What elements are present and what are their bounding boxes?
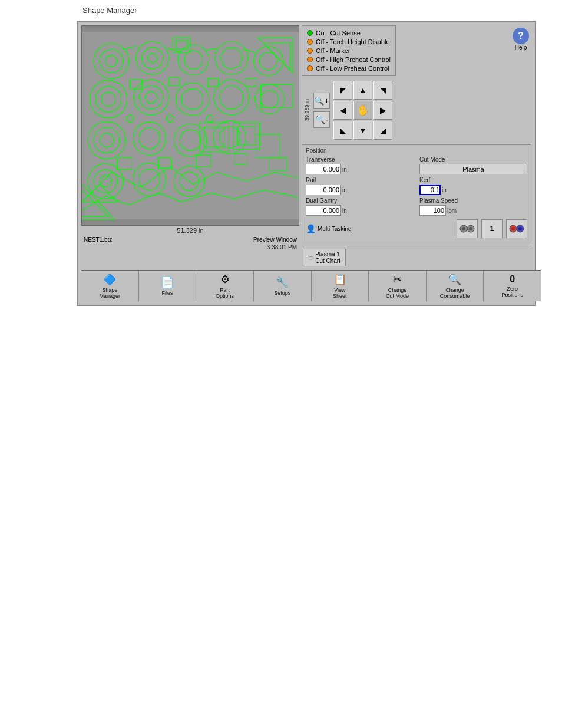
toolbar-setups-label: Setups [274, 290, 290, 296]
toolbar-change-cut-mode-label: ChangeCut Mode [386, 287, 409, 299]
rail-unit: in [342, 187, 347, 193]
transverse-input[interactable] [306, 164, 341, 174]
status-low-preheat: Off - Low Preheat Control [307, 65, 391, 72]
jog-speed-indicator: 39.259 in [304, 99, 310, 121]
plasma-tab-line2: Cut Chart [315, 258, 340, 264]
led-high-preheat [307, 57, 313, 62]
jog-center-btn[interactable]: ✋ [353, 101, 372, 120]
preview-panel [81, 25, 299, 226]
toolbar-change-consumable-icon: 🔍 [448, 273, 461, 286]
toolbar-shape-manager-label: ShapeManager [100, 287, 121, 299]
page-title: Shape Manager [0, 0, 562, 15]
width-dimension: 51.329 in [81, 226, 299, 235]
toolbar-files[interactable]: 📄 Files [139, 271, 197, 301]
svg-point-76 [511, 227, 515, 230]
status-cut-sense: On - Cut Sense [307, 29, 391, 37]
multi-tasking-button[interactable]: 👤 Multi Tasking [306, 224, 352, 233]
position-section: Position Transverse in Cut Mode [302, 144, 531, 241]
jog-upleft-btn[interactable]: ◤ [333, 81, 352, 100]
tool-icon-2[interactable]: 1 [481, 219, 503, 238]
kerf-label: Kerf [419, 177, 527, 183]
rail-field: Rail in [306, 177, 414, 195]
dual-gantry-field: Dual Gantry in [306, 197, 414, 216]
toolbar-change-consumable-label: ChangeConsumable [440, 287, 470, 299]
cut-mode-field: Cut Mode Plasma [419, 156, 527, 174]
kerf-input[interactable] [419, 185, 441, 195]
jog-left-btn[interactable]: ◀ [333, 101, 352, 120]
multi-tasking-icon: 👤 [306, 224, 316, 233]
status-cut-sense-text: On - Cut Sense [316, 29, 361, 37]
toolbar-part-options[interactable]: ⚙ PartOptions [196, 271, 254, 301]
tool-icon-3[interactable] [506, 219, 527, 238]
dual-gantry-input[interactable] [306, 205, 341, 216]
toolbar-view-sheet-label: ViewSheet [333, 287, 347, 299]
toolbar-zero-positions-icon: 0 [510, 274, 515, 285]
toolbar-shape-manager[interactable]: 🔷 ShapeManager [81, 271, 139, 301]
jog-side-icons[interactable]: 🔍+ 🔍- [313, 93, 330, 128]
position-label: Position [306, 147, 527, 154]
plasma-speed-unit: ipm [447, 207, 457, 214]
plasma-tab-icon: ≡ [308, 253, 313, 262]
multi-tasking-label: Multi Tasking [318, 226, 352, 232]
jog-speed-down-btn[interactable]: 🔍- [313, 111, 330, 128]
transverse-field: Transverse in [306, 156, 414, 174]
jog-speed-up-btn[interactable]: 🔍+ [313, 93, 330, 109]
tool-icons-row: 1 [457, 219, 527, 238]
status-marker-text: Off - Marker [316, 47, 350, 54]
tool-icon-1[interactable] [457, 219, 478, 238]
main-toolbar: 🔷 ShapeManager 📄 Files ⚙ PartOptions 🔧 S… [81, 270, 541, 301]
led-torch-height [307, 39, 313, 45]
status-indicators: On - Cut Sense Off - Torch Height Disabl… [302, 25, 396, 76]
toolbar-part-options-label: PartOptions [216, 287, 234, 299]
toolbar-files-label: Files [161, 290, 173, 296]
timestamp: 3:38:01 PM [81, 244, 299, 251]
svg-point-73 [469, 227, 472, 230]
jog-right-btn[interactable]: ▶ [373, 101, 392, 120]
svg-point-77 [518, 227, 522, 230]
plasma-speed-field: Plasma Speed ipm [419, 197, 527, 216]
toolbar-zero-positions-label: ZeroPositions [501, 286, 523, 298]
led-marker [307, 48, 313, 54]
status-torch-height: Off - Torch Height Disable [307, 38, 391, 45]
toolbar-shape-manager-icon: 🔷 [103, 273, 116, 286]
plasma-speed-input[interactable] [419, 205, 446, 216]
rail-label: Rail [306, 177, 414, 183]
toolbar-view-sheet[interactable]: 📋 ViewSheet [312, 271, 369, 301]
toolbar-change-cut-mode[interactable]: ✂ ChangeCut Mode [369, 271, 427, 301]
svg-rect-0 [82, 32, 299, 219]
kerf-field: Kerf in [419, 177, 527, 195]
jog-down-btn[interactable]: ▼ [353, 121, 372, 140]
cut-mode-label: Cut Mode [419, 156, 527, 163]
cut-mode-value: Plasma [419, 164, 527, 174]
toolbar-part-options-icon: ⚙ [220, 273, 230, 286]
status-high-preheat-text: Off - High Preheat Control [316, 56, 391, 63]
plasma-tab-line1: Plasma 1 [315, 251, 340, 258]
help-button[interactable]: ? Help [510, 25, 531, 53]
toolbar-setups[interactable]: 🔧 Setups [254, 271, 312, 301]
jog-downright-btn[interactable]: ◢ [373, 121, 392, 140]
transverse-unit: in [342, 166, 347, 173]
file-label: NEST1.btz [84, 236, 112, 243]
status-high-preheat: Off - High Preheat Control [307, 56, 391, 63]
jog-upright-btn[interactable]: ◥ [373, 81, 392, 100]
jog-up-btn[interactable]: ▲ [353, 81, 372, 100]
status-torch-height-text: Off - Torch Height Disable [316, 38, 390, 45]
dual-gantry-unit: in [342, 207, 347, 214]
plasma-tab-row: ≡ Plasma 1 Cut Chart [302, 246, 531, 269]
jog-controls: 39.259 in 🔍+ 🔍- ◤ ▲ ◥ ◀ ✋ ▶ ◣ [302, 78, 531, 142]
kerf-unit: in [442, 187, 447, 193]
jog-downleft-btn[interactable]: ◣ [333, 121, 352, 140]
jog-arrow-grid: ◤ ▲ ◥ ◀ ✋ ▶ ◣ ▼ ◢ [333, 81, 392, 140]
rail-input[interactable] [306, 185, 341, 195]
toolbar-zero-positions[interactable]: 0 ZeroPositions [484, 271, 541, 301]
transverse-label: Transverse [306, 156, 414, 163]
toolbar-change-cut-mode-icon: ✂ [393, 273, 402, 286]
toolbar-view-sheet-icon: 📋 [333, 273, 346, 286]
plasma-speed-label: Plasma Speed [419, 197, 527, 204]
status-low-preheat-text: Off - Low Preheat Control [316, 65, 389, 72]
toolbar-setups-icon: 🔧 [276, 276, 289, 289]
toolbar-change-consumable[interactable]: 🔍 ChangeConsumable [427, 271, 484, 301]
dual-gantry-label: Dual Gantry [306, 197, 414, 204]
plasma-tab[interactable]: ≡ Plasma 1 Cut Chart [303, 249, 346, 266]
led-cut-sense [307, 30, 313, 36]
